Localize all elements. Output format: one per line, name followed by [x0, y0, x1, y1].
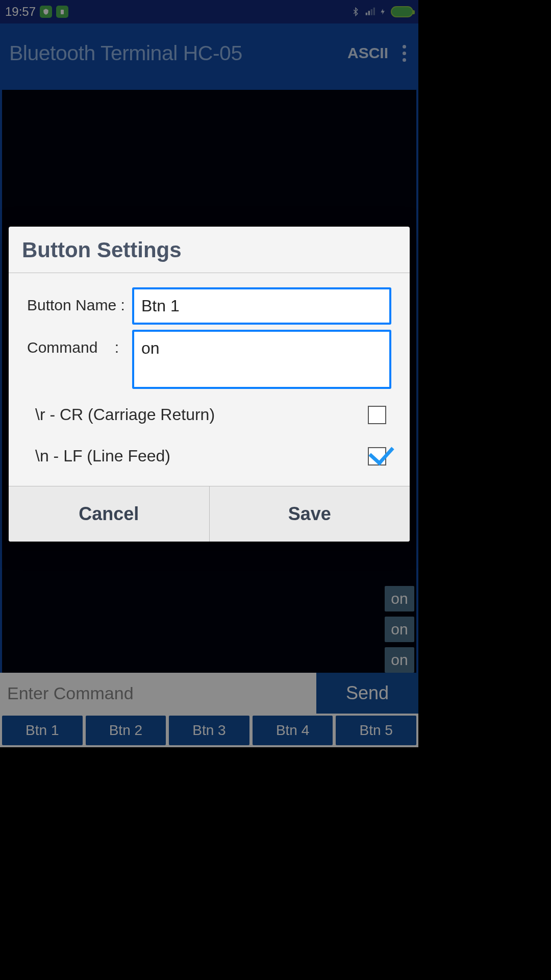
command-row-field: Command : [27, 330, 391, 389]
command-label: Command : [27, 330, 132, 356]
command-label-colon: : [115, 339, 119, 356]
button-name-input[interactable] [132, 287, 391, 325]
modal-overlay[interactable]: Button Settings Button Name : Command : … [0, 0, 418, 747]
command-label-text: Command [27, 339, 97, 356]
cancel-button[interactable]: Cancel [9, 486, 209, 542]
cr-option-label: \r - CR (Carriage Return) [35, 405, 215, 424]
dialog-title: Button Settings [22, 238, 396, 262]
dialog-actions: Cancel Save [9, 486, 410, 542]
cr-checkbox[interactable] [368, 406, 386, 424]
lf-checkbox[interactable] [368, 447, 386, 465]
button-name-row: Button Name : [27, 287, 391, 325]
lf-option-label: \n - LF (Line Feed) [35, 447, 170, 465]
dialog-header: Button Settings [9, 227, 410, 273]
save-button[interactable]: Save [209, 486, 410, 542]
dialog-body: Button Name : Command : \r - CR (Carriag… [9, 273, 410, 486]
cr-option-row[interactable]: \r - CR (Carriage Return) [27, 394, 391, 435]
command-value-input[interactable] [132, 330, 391, 389]
button-name-label: Button Name : [27, 287, 132, 314]
lf-option-row[interactable]: \n - LF (Line Feed) [27, 435, 391, 477]
button-settings-dialog: Button Settings Button Name : Command : … [9, 227, 410, 542]
